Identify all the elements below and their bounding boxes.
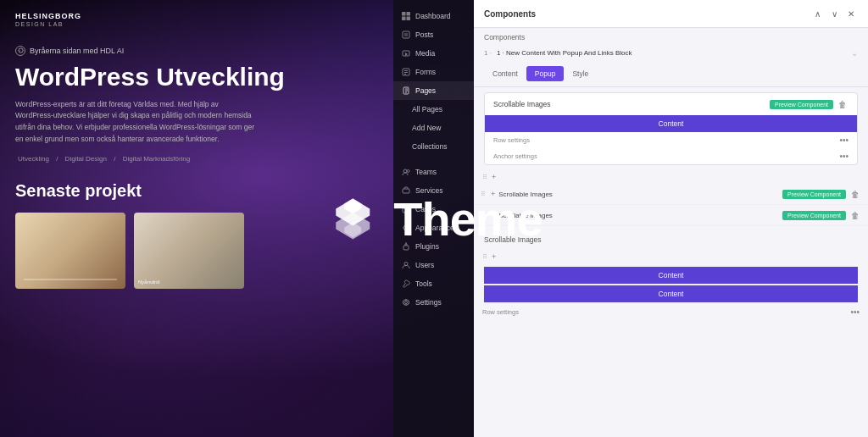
logo-bottom: DESIGN LAB (15, 21, 81, 27)
delete-btn-1[interactable]: 🗑 (837, 98, 849, 110)
media-icon (402, 49, 410, 58)
sidebar-item-all-pages[interactable]: All Pages (393, 100, 474, 119)
svg-point-19 (403, 169, 407, 173)
sidebar-item-users[interactable]: Users (393, 256, 474, 274)
wp-eyebrow: i Byråerna sidan med HDL AI (0, 39, 398, 59)
content-bar-1[interactable]: Content (485, 115, 857, 132)
row-settings-dots-bottom[interactable]: ••• (850, 307, 860, 317)
plus-icon-4[interactable]: + (492, 252, 496, 261)
panel-title: Components (484, 9, 536, 19)
project-card-2 (134, 213, 244, 289)
wp-breadcrumb: Utveckling / Digital Design / Digital Ma… (0, 155, 398, 178)
sidebar-item-forms[interactable]: Forms (393, 63, 474, 81)
wp-title: WordPress Utveckling (0, 59, 398, 99)
delete-btn-3[interactable]: 🗑 (849, 209, 861, 221)
eyebrow-text: Byråerna sidan med HDL AI (30, 47, 124, 55)
content-bar-2[interactable]: Content (484, 267, 858, 284)
breadcrumb-3: Digital Marknadsföring (123, 155, 191, 163)
panel-close-button[interactable]: ✕ (844, 7, 858, 20)
svg-text:i: i (19, 49, 19, 53)
anchor-settings-label-1: Anchor settings (493, 152, 537, 160)
sidebar-label-posts: Posts (415, 30, 433, 39)
pages-icon (402, 86, 410, 95)
sidebar-label-settings: Settings (415, 298, 442, 307)
components-list: 1 · 1 · New Content With Popup And Links… (474, 45, 868, 61)
breadcrumb-sep-2: / (114, 155, 115, 163)
wp-logo: HELSINGBORG DESIGN LAB (15, 12, 81, 27)
sidebar-label-add-new: Add New (412, 124, 442, 132)
breadcrumb-sep-1: / (56, 155, 58, 163)
svg-marker-10 (405, 53, 408, 56)
panel-header: Components ∧ ∨ ✕ (474, 0, 868, 28)
svg-point-20 (407, 170, 409, 173)
svg-point-27 (404, 263, 408, 266)
sidebar-item-settings[interactable]: Settings (393, 293, 474, 312)
tab-style[interactable]: Style (564, 66, 597, 81)
row-settings-label-bottom: Row settings (482, 308, 519, 316)
tools-icon (402, 279, 410, 288)
teams-icon (402, 168, 410, 176)
breadcrumb-1: Utveckling (18, 155, 49, 163)
sidebar-label-all-pages: All Pages (412, 105, 442, 113)
sidebar-label-tools: Tools (415, 279, 432, 288)
stackbit-logo-icon (326, 191, 380, 246)
row-settings-1: Row settings ••• (485, 132, 857, 148)
preview-component-btn-2[interactable]: Preview Component (782, 190, 846, 199)
settings-icon (402, 298, 410, 307)
sidebar-label-dashboard: Dashboard (415, 12, 451, 20)
sidebar-item-collections[interactable]: Collections (393, 137, 474, 156)
plus-icon-1[interactable]: + (492, 173, 496, 181)
scrollable-block-1-header: Scrollable Images Preview Component 🗑 (485, 93, 857, 115)
sidebar-item-media[interactable]: Media (393, 44, 474, 63)
anchor-settings-1: Anchor settings ••• (485, 148, 857, 164)
add-btn-row-2: ⠿ + (474, 250, 868, 263)
sidebar-item-tools[interactable]: Tools (393, 274, 474, 293)
sidebar-item-dashboard[interactable]: Dashboard (393, 7, 474, 25)
posts-icon (402, 30, 410, 39)
sidebar-label-teams: Teams (415, 168, 437, 176)
sidebar-label-users: Users (415, 261, 434, 269)
sidebar-label-media: Media (415, 49, 435, 58)
dashboard-icon (402, 12, 410, 20)
preview-component-btn-1[interactable]: Preview Component (770, 100, 833, 109)
component-item-label: 1 · New Content With Popup And Links Blo… (497, 49, 632, 57)
preview-component-btn-3[interactable]: Preview Component (782, 211, 846, 220)
component-item[interactable]: 1 · 1 · New Content With Popup And Links… (484, 45, 858, 61)
wp-description: WordPress-experts är att ditt företag Vä… (0, 99, 271, 155)
logo-top: HELSINGBORG (15, 12, 81, 21)
svg-rect-25 (403, 246, 409, 250)
ai-icon: i (15, 46, 25, 56)
brand-name: Theme (393, 191, 542, 246)
svg-rect-6 (403, 31, 409, 38)
scrollable-block-1: Scrollable Images Preview Component 🗑 Co… (484, 92, 858, 165)
svg-rect-2 (402, 12, 406, 16)
wp-header: HELSINGBORG DESIGN LAB (0, 0, 398, 39)
add-btn-row-1: ⠿ + (474, 170, 868, 184)
anchor-settings-dots-1[interactable]: ••• (839, 152, 849, 161)
tab-popup[interactable]: Popup (526, 66, 565, 81)
panel-up-button[interactable]: ∧ (810, 7, 824, 20)
sidebar-divider-1 (393, 156, 474, 163)
delete-btn-2[interactable]: 🗑 (849, 188, 861, 200)
svg-rect-3 (407, 12, 411, 16)
drag-handle-4: ⠿ (482, 253, 487, 261)
sidebar-item-add-new[interactable]: Add New (393, 119, 474, 137)
sidebar-item-posts[interactable]: Posts (393, 25, 474, 44)
content-bar-container-2: Content Content (484, 267, 858, 302)
row-settings-bottom: Row settings ••• (474, 304, 868, 320)
scrollable-block-1-title: Scrollable Images (493, 100, 551, 108)
panel-down-button[interactable]: ∨ (827, 7, 841, 20)
panel-actions: ∧ ∨ ✕ (810, 7, 858, 20)
sidebar-item-pages[interactable]: Pages (393, 81, 474, 100)
sidebar-label-forms: Forms (415, 68, 436, 76)
forms-icon (402, 68, 410, 76)
sidebar-label-collections: Collections (412, 142, 448, 151)
tab-content[interactable]: Content (484, 66, 526, 81)
svg-point-28 (405, 301, 408, 304)
row-settings-dots-1[interactable]: ••• (839, 136, 849, 145)
sidebar-item-teams[interactable]: Teams (393, 163, 474, 181)
content-bar-3[interactable]: Content (484, 285, 858, 302)
users-icon (402, 261, 410, 269)
row-settings-label-1: Row settings (493, 136, 530, 144)
project-card-1 (15, 213, 125, 289)
